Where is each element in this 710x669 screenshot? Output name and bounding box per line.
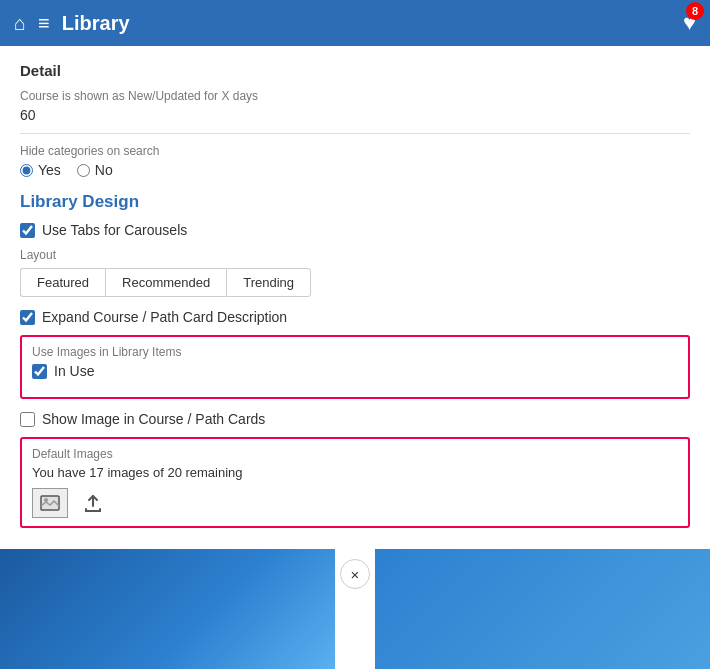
notification-badge-container: ♥ 8: [683, 10, 696, 36]
default-images-description: You have 17 images of 20 remaining: [32, 465, 678, 480]
expand-course-row: Expand Course / Path Card Description: [20, 309, 690, 325]
radio-yes-label[interactable]: Yes: [20, 162, 61, 178]
use-tabs-label: Use Tabs for Carousels: [42, 222, 187, 238]
in-use-row: In Use: [32, 363, 678, 379]
close-button[interactable]: ×: [340, 559, 370, 589]
yes-text: Yes: [38, 162, 61, 178]
layout-btn-trending[interactable]: Trending: [226, 268, 311, 297]
radio-yes[interactable]: [20, 164, 33, 177]
use-tabs-checkbox[interactable]: [20, 223, 35, 238]
expand-course-label: Expand Course / Path Card Description: [42, 309, 287, 325]
close-icon: ×: [351, 566, 360, 583]
show-image-checkbox[interactable]: [20, 412, 35, 427]
bottom-divider: ×: [335, 549, 375, 669]
notification-badge: 8: [686, 2, 704, 20]
days-value: 60: [20, 107, 690, 123]
default-images-box: Default Images You have 17 images of 20 …: [20, 437, 690, 528]
detail-heading: Detail: [20, 62, 690, 79]
new-updated-label: Course is shown as New/Updated for X day…: [20, 89, 690, 103]
nav-bar: ⌂ ≡ Library ♥ 8: [0, 0, 710, 46]
show-image-label: Show Image in Course / Path Cards: [42, 411, 265, 427]
layout-btn-featured[interactable]: Featured: [20, 268, 105, 297]
heart-icon[interactable]: ♥ 8: [683, 10, 696, 35]
nav-title: Library: [62, 12, 130, 35]
layout-buttons: Featured Recommended Trending: [20, 268, 690, 297]
radio-no-label[interactable]: No: [77, 162, 113, 178]
content-area: Detail Course is shown as New/Updated fo…: [0, 46, 710, 549]
layout-btn-recommended[interactable]: Recommended: [105, 268, 226, 297]
upload-icon[interactable]: [78, 488, 108, 518]
bottom-right-image: [375, 549, 710, 669]
in-use-checkbox[interactable]: [32, 364, 47, 379]
radio-no[interactable]: [77, 164, 90, 177]
layout-label: Layout: [20, 248, 690, 262]
in-use-label: In Use: [54, 363, 94, 379]
default-images-label: Default Images: [32, 447, 678, 461]
image-thumbnail-icon[interactable]: [32, 488, 68, 518]
hamburger-icon[interactable]: ≡: [38, 12, 50, 35]
hide-categories-radio-group: Yes No: [20, 162, 690, 178]
bottom-panel: ×: [0, 549, 710, 669]
image-icons-row: [32, 488, 678, 518]
divider-1: [20, 133, 690, 134]
use-images-box: Use Images in Library Items In Use: [20, 335, 690, 399]
use-tabs-row: Use Tabs for Carousels: [20, 222, 690, 238]
home-icon[interactable]: ⌂: [14, 12, 26, 35]
bottom-left-image: [0, 549, 335, 669]
no-text: No: [95, 162, 113, 178]
expand-course-checkbox[interactable]: [20, 310, 35, 325]
use-images-label: Use Images in Library Items: [32, 345, 678, 359]
library-design-title: Library Design: [20, 192, 690, 212]
hide-categories-label: Hide categories on search: [20, 144, 690, 158]
show-image-row: Show Image in Course / Path Cards: [20, 411, 690, 427]
